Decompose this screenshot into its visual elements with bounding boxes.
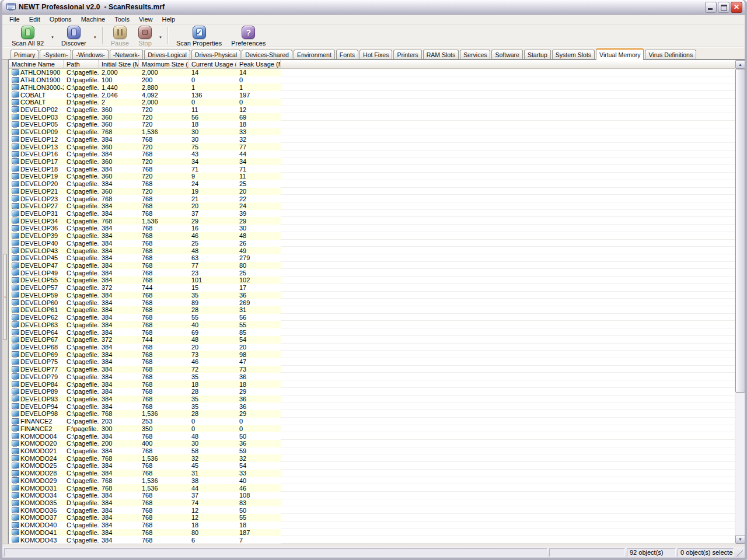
table-row[interactable]: DEVELOP18C:\pagefile.sys3847687171 [9, 165, 735, 173]
table-row[interactable]: KOMODO20C:\pagefile.sys2004003036 [9, 440, 735, 447]
table-row[interactable]: DEVELOP64C:\pagefile.sys3847686985 [9, 328, 735, 336]
table-row[interactable]: COBALTC:\pagefile.sys2,0464,092136197 [9, 91, 735, 99]
tab-environment[interactable]: Environment [294, 50, 335, 60]
scroll-down-button[interactable]: ▼ [735, 535, 745, 544]
table-row[interactable]: DEVELOP55C:\pagefile.sys384768101102 [9, 276, 735, 284]
preferences-button[interactable]: Preferences [226, 25, 270, 47]
table-row[interactable]: DEVELOP43C:\pagefile.sys3847684849 [9, 247, 735, 254]
close-button[interactable]: ✕ [731, 2, 742, 13]
column-header-peak-usage-mb[interactable]: Peak Usage (MB) [236, 60, 281, 69]
table-row[interactable]: FINANCE2C:\pagefile.sys20325300 [9, 418, 735, 425]
table-row[interactable]: DEVELOP09C:\pagefile.sys7681,5363033 [9, 128, 735, 136]
panel-splitter[interactable]: › [3, 254, 7, 340]
table-row[interactable]: KOMODO04C:\pagefile.sys3847684850 [9, 432, 735, 440]
tab-virus-definitions[interactable]: Virus Definitions [645, 50, 696, 60]
minimize-button[interactable] [705, 2, 717, 13]
tab-network[interactable]: -Network- [110, 50, 144, 60]
table-row[interactable]: DEVELOP05C:\pagefile.sys3607201818 [9, 121, 735, 128]
scan-properties-button[interactable]: Scan Properties [172, 25, 226, 47]
table-row[interactable]: FINANCE2F:\pagefile.sys30035000 [9, 425, 735, 433]
tab-ram-slots[interactable]: RAM Slots [423, 50, 459, 60]
menu-options[interactable]: Options [45, 15, 76, 23]
dropdown-arrow-icon[interactable]: ▼ [91, 36, 99, 39]
column-header-maximum-size-mb[interactable]: Maximum Size (MB) [139, 60, 189, 69]
tab-virtual-memory[interactable]: Virtual Memory [596, 48, 644, 60]
table-row[interactable]: DEVELOP77C:\pagefile.sys3847687273 [9, 366, 735, 373]
column-header-current-usage-mb[interactable]: Current Usage (MB) [189, 60, 236, 69]
tab-devices-shared[interactable]: Devices-Shared [242, 50, 292, 60]
table-row[interactable]: ATHLON3000-2KC:\pagefile.sys1,4402,88011 [9, 83, 735, 91]
table-row[interactable]: KOMODO41C:\pagefile.sys38476880187 [9, 529, 735, 537]
table-row[interactable]: DEVELOP03C:\pagefile.sys3607205669 [9, 113, 735, 121]
column-header-path[interactable]: Path [64, 60, 99, 69]
table-row[interactable]: DEVELOP21C:\pagefile.sys3607201920 [9, 188, 735, 195]
table-row[interactable]: KOMODO28C:\pagefile.sys3847683133 [9, 470, 735, 477]
table-row[interactable]: DEVELOP68C:\pagefile.sys3847682020 [9, 344, 735, 351]
table-row[interactable]: KOMODO34C:\pagefile.sys38476837108 [9, 492, 735, 499]
vertical-scrollbar[interactable]: ▲ ▼ [735, 60, 745, 544]
table-row[interactable]: DEVELOP93C:\pagefile.sys3847683536 [9, 396, 735, 403]
table-row[interactable]: DEVELOP23C:\pagefile.sys7687682122 [9, 195, 735, 202]
table-row[interactable]: KOMODO37C:\pagefile.sys3847681255 [9, 514, 735, 522]
tab-primary[interactable]: Primary [11, 50, 39, 60]
menu-file[interactable]: File [5, 15, 25, 23]
table-row[interactable]: DEVELOP62C:\pagefile.sys3847685556 [9, 314, 735, 321]
table-row[interactable]: DEVELOP94C:\pagefile.sys3847683536 [9, 402, 735, 410]
tab-drives-logical[interactable]: Drives-Logical [144, 50, 190, 60]
table-row[interactable]: ATHLON1900C:\pagefile.sys2,0002,0001414 [9, 69, 735, 76]
table-row[interactable]: KOMODO36C:\pagefile.sys3847681250 [9, 506, 735, 514]
dropdown-arrow-icon[interactable]: ▼ [48, 36, 57, 39]
table-row[interactable]: COBALTD:\pagefile.sys22,00000 [9, 99, 735, 106]
table-row[interactable]: DEVELOP69C:\pagefile.sys3847687398 [9, 351, 735, 358]
table-row[interactable]: DEVELOP17C:\pagefile.sys3607203434 [9, 158, 735, 166]
table-row[interactable]: DEVELOP98C:\pagefile.sys7681,5362829 [9, 410, 735, 418]
table-row[interactable]: DEVELOP75C:\pagefile.sys3847684647 [9, 358, 735, 366]
table-row[interactable]: KOMODO24C:\pagefile.sys7681,5363232 [9, 454, 735, 462]
table-row[interactable]: DEVELOP27C:\pagefile.sys3847682024 [9, 202, 735, 210]
table-row[interactable]: KOMODO21C:\pagefile.sys3847685859 [9, 447, 735, 455]
table-row[interactable]: DEVELOP16C:\pagefile.sys3847684344 [9, 150, 735, 158]
tab-system[interactable]: -System- [40, 50, 71, 60]
menu-help[interactable]: Help [158, 15, 180, 23]
table-row[interactable]: DEVELOP19C:\pagefile.sys360720911 [9, 173, 735, 180]
table-row[interactable]: KOMODO35D:\pagefile.sys3847687483 [9, 499, 735, 507]
table-row[interactable]: DEVELOP02C:\pagefile.sys3607201112 [9, 106, 735, 114]
table-row[interactable]: DEVELOP79C:\pagefile.sys3847683536 [9, 373, 735, 380]
discover-button[interactable]: Discover [57, 25, 91, 47]
scroll-up-button[interactable]: ▲ [735, 60, 745, 69]
maximize-button[interactable] [718, 2, 729, 13]
resize-grip[interactable] [735, 549, 743, 556]
table-row[interactable]: ATHLON1900D:\pagefile.sys10020000 [9, 76, 735, 84]
menu-machine[interactable]: Machine [76, 15, 110, 23]
table-row[interactable]: DEVELOP57C:\pagefile.sys3727441517 [9, 284, 735, 292]
table-row[interactable]: DEVELOP61C:\pagefile.sys3847682831 [9, 306, 735, 314]
tab-fonts[interactable]: Fonts [336, 50, 358, 60]
table-row[interactable]: DEVELOP47C:\pagefile.sys3847687780 [9, 262, 735, 270]
table-row[interactable]: DEVELOP20C:\pagefile.sys3847682425 [9, 180, 735, 188]
tab-services[interactable]: Services [460, 50, 490, 60]
table-row[interactable]: KOMODO40C:\pagefile.sys3847681818 [9, 522, 735, 529]
table-row[interactable]: DEVELOP34C:\pagefile.sys7681,5362929 [9, 217, 735, 225]
table-row[interactable]: DEVELOP31C:\pagefile.sys3847683739 [9, 210, 735, 218]
table-row[interactable]: DEVELOP89C:\pagefile.sys3847682829 [9, 388, 735, 396]
table-row[interactable]: DEVELOP39C:\pagefile.sys3847684648 [9, 232, 735, 240]
column-header-initial-size-mb[interactable]: Initial Size (MB) [99, 60, 139, 69]
table-row[interactable]: DEVELOP12C:\pagefile.sys3847683032 [9, 135, 735, 143]
tab-startup[interactable]: Startup [524, 50, 551, 60]
table-row[interactable]: DEVELOP49C:\pagefile.sys3847682325 [9, 269, 735, 276]
menu-view[interactable]: View [134, 15, 158, 23]
table-row[interactable]: DEVELOP40C:\pagefile.sys3847682526 [9, 240, 735, 247]
table-row[interactable]: DEVELOP84C:\pagefile.sys3847681818 [9, 380, 735, 388]
tab-hot-fixes[interactable]: Hot Fixes [359, 50, 392, 60]
menu-edit[interactable]: Edit [25, 15, 45, 23]
table-row[interactable]: DEVELOP13C:\pagefile.sys3607207577 [9, 143, 735, 150]
table-row[interactable]: KOMODO29C:\pagefile.sys7681,5363840 [9, 477, 735, 485]
tab-printers[interactable]: Printers [393, 50, 421, 60]
tab-software[interactable]: Software [491, 50, 522, 60]
tab-system-slots[interactable]: System Slots [552, 50, 595, 60]
scan-all-92-button[interactable]: Scan All 92 [7, 25, 48, 47]
scroll-thumb[interactable] [735, 69, 745, 393]
table-row[interactable]: KOMODO25C:\pagefile.sys3847684554 [9, 462, 735, 470]
table-row[interactable]: DEVELOP67C:\pagefile.sys3727444854 [9, 336, 735, 344]
table-row[interactable]: KOMODO31C:\pagefile.sys7681,5364446 [9, 484, 735, 492]
